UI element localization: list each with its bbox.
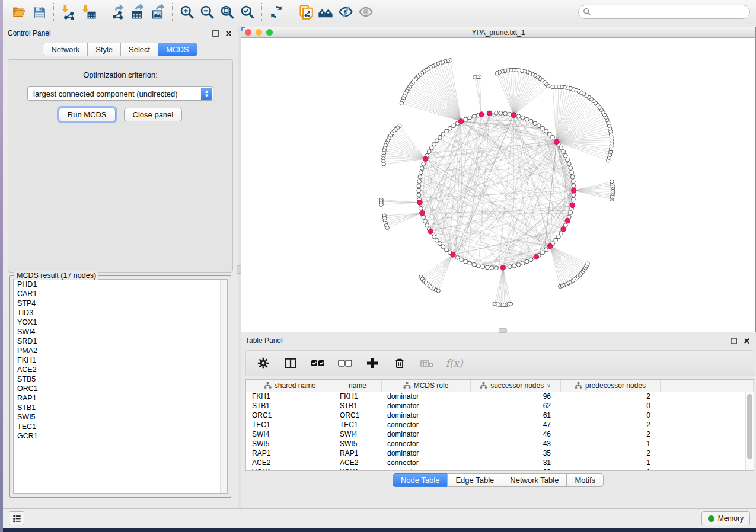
table-cell[interactable]: TEC1 bbox=[334, 420, 381, 430]
column-header-predecessor-nodes[interactable]: predecessor nodes bbox=[560, 380, 660, 392]
graph-node[interactable] bbox=[382, 162, 385, 166]
mcds-hub-node[interactable] bbox=[570, 203, 575, 208]
network-canvas[interactable] bbox=[241, 38, 755, 332]
table-cell[interactable]: 43 bbox=[470, 439, 560, 448]
function-builder-icon[interactable]: f(x) bbox=[445, 354, 463, 372]
graph-node[interactable] bbox=[533, 121, 537, 126]
table-row[interactable]: RAP1RAP1dominator352 bbox=[246, 448, 754, 458]
mcds-result-item[interactable]: YOX1 bbox=[14, 318, 227, 327]
graph-node[interactable] bbox=[551, 85, 554, 88]
graph-node[interactable] bbox=[438, 135, 442, 139]
mcds-result-item[interactable]: GCR1 bbox=[14, 431, 227, 441]
mcds-result-item[interactable]: SWI5 bbox=[14, 412, 227, 422]
memory-button[interactable]: Memory bbox=[701, 511, 750, 525]
graph-node[interactable] bbox=[566, 158, 570, 162]
graph-node[interactable] bbox=[432, 142, 436, 146]
mcds-hub-node[interactable] bbox=[511, 113, 516, 118]
table-cell[interactable]: 0 bbox=[560, 411, 660, 420]
graph-node[interactable] bbox=[495, 111, 499, 115]
table-cell[interactable]: dominator bbox=[381, 392, 470, 401]
tab-network[interactable]: Network bbox=[43, 43, 88, 56]
graph-node[interactable] bbox=[452, 124, 456, 128]
table-cell[interactable]: 47 bbox=[470, 420, 560, 430]
table-cell[interactable]: connector bbox=[381, 420, 470, 430]
graph-node[interactable] bbox=[417, 180, 422, 184]
graph-node[interactable] bbox=[429, 146, 433, 150]
table-row[interactable]: STB1STB1dominator620 bbox=[246, 401, 754, 411]
graph-node[interactable] bbox=[490, 266, 494, 270]
delete-table-icon[interactable] bbox=[418, 354, 436, 372]
node-table[interactable]: shared namenameMCDS rolesuccessor nodes∨… bbox=[246, 380, 754, 471]
table-row[interactable]: TEC1TEC1connector472 bbox=[246, 420, 754, 430]
network-graph[interactable] bbox=[241, 38, 755, 332]
export-image-icon[interactable] bbox=[148, 2, 168, 22]
graph-node[interactable] bbox=[547, 132, 551, 136]
graph-node[interactable] bbox=[556, 235, 560, 239]
tab-edge-table[interactable]: Edge Table bbox=[447, 473, 502, 487]
column-header-successor-nodes[interactable]: successor nodes∨ bbox=[470, 380, 560, 392]
graph-node[interactable] bbox=[562, 150, 566, 154]
graph-node[interactable] bbox=[529, 258, 533, 262]
graph-node[interactable] bbox=[544, 129, 548, 133]
column-header-MCDS-role[interactable]: MCDS role bbox=[381, 380, 470, 392]
mcds-hub-node[interactable] bbox=[458, 119, 464, 124]
table-cell[interactable]: 31 bbox=[470, 458, 560, 467]
task-history-icon[interactable] bbox=[9, 511, 24, 525]
table-cell[interactable]: ORC1 bbox=[334, 411, 381, 420]
graph-node[interactable] bbox=[419, 171, 423, 175]
tab-node-table[interactable]: Node Table bbox=[393, 473, 448, 487]
graph-node[interactable] bbox=[432, 235, 436, 239]
mcds-hub-node[interactable] bbox=[534, 254, 539, 259]
table-cell[interactable]: FKH1 bbox=[334, 392, 381, 401]
close-panel-icon[interactable] bbox=[224, 28, 233, 38]
mcds-hub-node[interactable] bbox=[561, 227, 566, 232]
graph-node[interactable] bbox=[435, 139, 439, 143]
graph-node[interactable] bbox=[529, 119, 533, 123]
table-cell[interactable]: connector bbox=[381, 458, 470, 467]
graph-node[interactable] bbox=[485, 265, 489, 270]
column-header-shared-name[interactable]: shared name bbox=[246, 380, 334, 392]
copy-network-icon[interactable] bbox=[295, 2, 315, 22]
graph-node[interactable] bbox=[495, 266, 499, 270]
mcds-hub-node[interactable] bbox=[417, 200, 423, 206]
graph-node[interactable] bbox=[445, 248, 449, 252]
open-file-icon[interactable] bbox=[9, 2, 29, 22]
graph-node[interactable] bbox=[422, 162, 426, 166]
zoom-in-icon[interactable] bbox=[177, 2, 197, 22]
graph-node[interactable] bbox=[464, 259, 468, 264]
add-column-icon[interactable] bbox=[363, 354, 381, 372]
first-neighbors-icon[interactable] bbox=[315, 2, 336, 22]
graph-node[interactable] bbox=[551, 135, 555, 139]
table-cell[interactable]: SWI5 bbox=[334, 439, 381, 448]
graph-node[interactable] bbox=[508, 265, 512, 269]
graph-node[interactable] bbox=[438, 242, 442, 246]
mcds-hub-node[interactable] bbox=[548, 243, 553, 249]
float-panel-icon[interactable] bbox=[210, 28, 220, 38]
graph-node[interactable] bbox=[586, 262, 589, 265]
mcds-result-item[interactable]: STP4 bbox=[14, 299, 227, 308]
mcds-result-item[interactable]: PMA2 bbox=[14, 346, 227, 355]
column-header-name[interactable]: name bbox=[334, 380, 381, 392]
tab-network-table[interactable]: Network Table bbox=[502, 473, 567, 487]
graph-node[interactable] bbox=[559, 146, 563, 150]
graph-node[interactable] bbox=[509, 302, 512, 306]
table-cell[interactable]: SWI4 bbox=[334, 430, 381, 439]
graph-node[interactable] bbox=[468, 116, 472, 120]
table-cell[interactable]: dominator bbox=[381, 448, 470, 458]
mcds-result-item[interactable]: TID3 bbox=[14, 308, 227, 318]
zoom-out-icon[interactable] bbox=[197, 2, 217, 22]
graph-node[interactable] bbox=[420, 166, 424, 171]
table-cell[interactable]: 1 bbox=[560, 439, 660, 448]
graph-node[interactable] bbox=[473, 75, 477, 79]
table-cell[interactable]: 0 bbox=[560, 401, 660, 411]
graph-node[interactable] bbox=[468, 261, 472, 265]
graph-node[interactable] bbox=[569, 166, 573, 171]
mcds-result-item[interactable]: RAP1 bbox=[14, 393, 227, 403]
tab-motifs[interactable]: Motifs bbox=[566, 473, 604, 487]
graph-node[interactable] bbox=[379, 203, 383, 206]
graph-node[interactable] bbox=[385, 226, 389, 229]
columns-icon[interactable] bbox=[282, 354, 299, 372]
graph-node[interactable] bbox=[563, 153, 567, 158]
table-cell[interactable]: TEC1 bbox=[246, 420, 334, 430]
select-all-icon[interactable] bbox=[309, 354, 327, 372]
